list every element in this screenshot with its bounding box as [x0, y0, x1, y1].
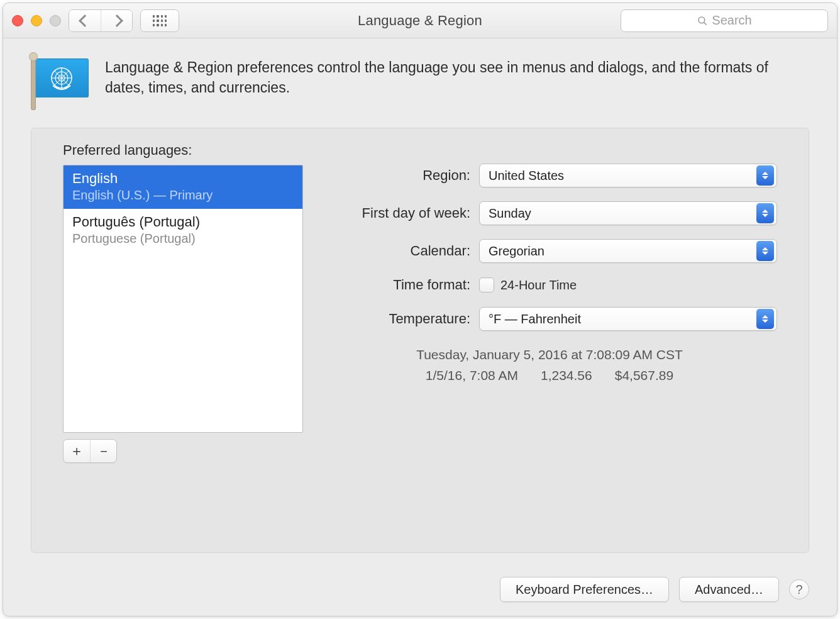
search-icon [697, 15, 708, 26]
language-item-portuguese[interactable]: Português (Portugal) Portuguese (Portuga… [64, 209, 302, 252]
zoom-window-button [50, 15, 61, 26]
back-button[interactable] [69, 10, 101, 31]
un-emblem-icon [47, 63, 77, 93]
language-item-english[interactable]: English English (U.S.) — Primary [64, 165, 302, 209]
preferred-languages-label: Preferred languages: [63, 142, 303, 159]
stepper-arrows-icon [756, 241, 774, 261]
settings-panel: Preferred languages: English English (U.… [31, 128, 809, 553]
bottom-bar: Keyboard Preferences… Advanced… ? [3, 566, 837, 616]
stepper-arrows-icon [756, 165, 774, 186]
language-name: Português (Portugal) [72, 214, 294, 230]
close-window-button[interactable] [12, 15, 23, 26]
calendar-popup[interactable]: Gregorian [479, 239, 777, 263]
remove-language-button[interactable]: － [90, 440, 116, 462]
first-day-popup[interactable]: Sunday [479, 201, 777, 225]
forward-button[interactable] [101, 10, 132, 31]
intro-text: Language & Region preferences control th… [105, 57, 771, 98]
show-all-button[interactable] [141, 10, 179, 31]
chevron-left-icon [79, 14, 91, 27]
24-hour-checkbox[interactable] [479, 277, 494, 293]
preferred-languages-section: Preferred languages: English English (U.… [63, 142, 303, 536]
time-format-label: Time format: [322, 277, 479, 293]
keyboard-preferences-button[interactable]: Keyboard Preferences… [500, 577, 669, 602]
stepper-arrows-icon [756, 309, 774, 329]
first-day-value: Sunday [489, 206, 531, 221]
search-placeholder: Search [712, 13, 751, 28]
intro-row: Language & Region preferences control th… [31, 57, 809, 111]
calendar-label: Calendar: [322, 243, 479, 259]
nav-buttons [69, 9, 133, 32]
svg-point-0 [699, 17, 705, 23]
minimize-window-button[interactable] [31, 15, 42, 26]
svg-line-1 [704, 22, 707, 25]
language-list[interactable]: English English (U.S.) — Primary Portugu… [63, 165, 303, 433]
first-day-label: First day of week: [322, 205, 479, 221]
temperature-value: °F — Fahrenheit [489, 312, 581, 326]
preview-currency: $4,567.89 [615, 365, 673, 386]
window: Language & Region Search [3, 3, 837, 616]
region-settings: Region: United States First day of week:… [322, 142, 777, 536]
region-popup[interactable]: United States [479, 164, 777, 187]
add-language-button[interactable]: ＋ [64, 440, 90, 462]
preview-long-date: Tuesday, January 5, 2016 at 7:08:09 AM C… [322, 345, 777, 365]
show-all-container [140, 9, 179, 32]
language-sublabel: Portuguese (Portugal) [72, 231, 294, 246]
region-value: United States [489, 169, 564, 183]
calendar-value: Gregorian [489, 244, 544, 259]
preview-short-date: 1/5/16, 7:08 AM [426, 365, 518, 386]
search-input[interactable]: Search [621, 9, 828, 32]
language-sublabel: English (U.S.) — Primary [72, 188, 294, 203]
advanced-button[interactable]: Advanced… [679, 577, 779, 602]
temperature-label: Temperature: [322, 311, 479, 327]
format-previews: Tuesday, January 5, 2016 at 7:08:09 AM C… [322, 345, 777, 386]
traffic-lights [12, 15, 61, 26]
preview-number: 1,234.56 [541, 365, 592, 386]
window-title: Language & Region [358, 13, 482, 29]
24-hour-label: 24-Hour Time [500, 278, 577, 293]
language-name: English [72, 170, 294, 187]
help-button[interactable]: ? [789, 579, 809, 599]
add-remove-languages: ＋ － [63, 439, 117, 463]
temperature-popup[interactable]: °F — Fahrenheit [479, 307, 777, 331]
chevron-right-icon [111, 14, 123, 27]
language-region-icon [31, 57, 89, 111]
grid-icon [153, 15, 167, 26]
region-label: Region: [322, 167, 479, 184]
content: Language & Region preferences control th… [3, 38, 837, 566]
stepper-arrows-icon [756, 203, 774, 223]
titlebar: Language & Region Search [3, 3, 837, 38]
